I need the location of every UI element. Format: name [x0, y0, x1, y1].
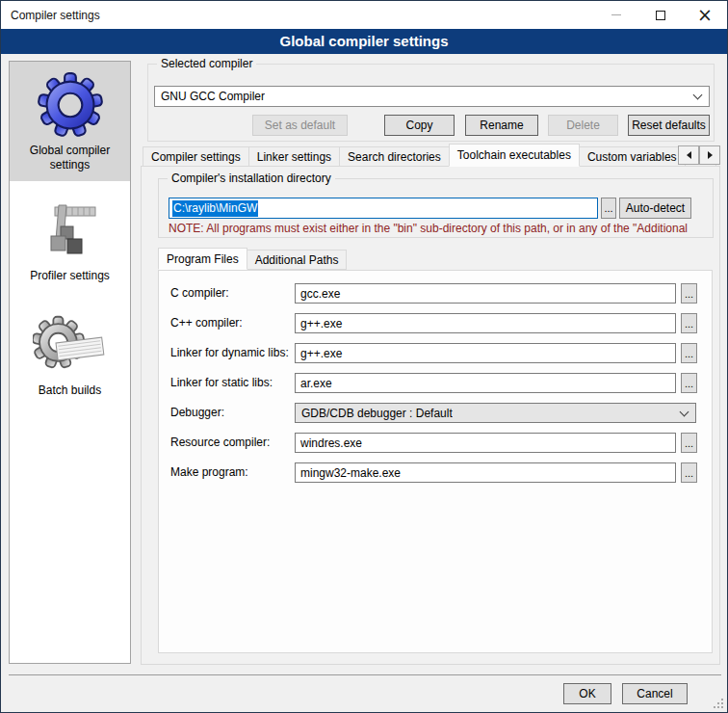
- static-linker-label: Linker for static libs:: [170, 373, 273, 393]
- dynamic-linker-browse-button[interactable]: ...: [681, 343, 697, 363]
- blue-gear-icon: [12, 69, 128, 141]
- toolchain-executables-page: Compiler's installation directory C:\ray…: [141, 166, 720, 665]
- compiler-tabs: Compiler settings Linker settings Search…: [143, 144, 715, 167]
- arrow-right-icon: [708, 151, 716, 159]
- c-compiler-browse-button[interactable]: ...: [681, 283, 697, 304]
- minimize-button: [594, 1, 638, 29]
- tab-custom-variables[interactable]: Custom variables: [579, 146, 686, 167]
- dialog-body: Global compiler settings Profiler settin…: [1, 54, 727, 712]
- tab-linker-settings[interactable]: Linker settings: [248, 146, 340, 167]
- settings-category-list: Global compiler settings Profiler settin…: [9, 61, 131, 664]
- sidebar-item-label: Batch builds: [12, 383, 128, 398]
- compiler-settings-dialog: Compiler settings × Global compiler sett…: [0, 0, 728, 713]
- resource-compiler-browse-button[interactable]: ...: [681, 433, 697, 453]
- static-linker-browse-button[interactable]: ...: [681, 373, 697, 393]
- cpp-compiler-browse-button[interactable]: ...: [681, 313, 697, 333]
- tab-toolchain-executables[interactable]: Toolchain executables: [449, 144, 580, 167]
- copy-button[interactable]: Copy: [384, 115, 455, 136]
- tab-search-directories[interactable]: Search directories: [339, 146, 450, 167]
- selected-compiler-group-label: Selected compiler: [157, 57, 256, 70]
- compiler-select-value: GNU GCC Compiler: [161, 90, 265, 103]
- sidebar-item-label: Global compiler settings: [12, 144, 128, 172]
- caliper-icon: [12, 195, 128, 266]
- close-icon: ×: [697, 6, 713, 24]
- static-linker-input[interactable]: [295, 373, 676, 393]
- program-files-tabs: Program Files Additional Paths: [158, 248, 346, 270]
- set-as-default-button: Set as default: [252, 115, 348, 136]
- sidebar-item-label: Profiler settings: [12, 269, 128, 283]
- cpp-compiler-input[interactable]: [295, 313, 676, 333]
- resource-compiler-input[interactable]: [295, 433, 676, 453]
- note-text: NOTE: All programs must exist either in …: [169, 222, 727, 235]
- make-program-label: Make program:: [170, 462, 248, 483]
- debugger-select[interactable]: GDB/CDB debugger : Default: [295, 403, 696, 423]
- cancel-button[interactable]: Cancel: [622, 683, 688, 704]
- maximize-icon: [656, 11, 665, 20]
- chevron-down-icon: [693, 91, 703, 100]
- installation-directory-group: Compiler's installation directory C:\ray…: [158, 178, 714, 238]
- auto-detect-button[interactable]: Auto-detect: [619, 198, 691, 219]
- sidebar-item-batch-builds[interactable]: Batch builds: [10, 292, 130, 407]
- subtab-additional-paths[interactable]: Additional Paths: [247, 250, 348, 270]
- cpp-compiler-label: C++ compiler:: [170, 313, 243, 333]
- page-title: Global compiler settings: [1, 29, 727, 54]
- minimize-icon: [611, 14, 621, 15]
- debugger-label: Debugger:: [170, 403, 224, 423]
- sidebar-item-global-compiler-settings[interactable]: Global compiler settings: [10, 62, 130, 181]
- tab-compiler-settings[interactable]: Compiler settings: [143, 146, 249, 167]
- chevron-down-icon: [680, 407, 689, 416]
- ok-button[interactable]: OK: [563, 683, 611, 704]
- titlebar: Compiler settings ×: [1, 1, 727, 29]
- resize-grip-icon[interactable]: [712, 697, 723, 708]
- tab-scroll-left-button[interactable]: [678, 145, 699, 165]
- sidebar-item-profiler-settings[interactable]: Profiler settings: [10, 181, 130, 292]
- installation-directory-value: C:\raylib\MinGW: [172, 200, 258, 217]
- gray-gear-stack-icon: [12, 309, 128, 381]
- installation-directory-input[interactable]: C:\raylib\MinGW: [169, 198, 598, 219]
- maximize-button[interactable]: [638, 1, 683, 29]
- program-files-page: C compiler: ... C++ compiler: ... Linker…: [158, 270, 713, 653]
- subtab-program-files[interactable]: Program Files: [158, 248, 247, 270]
- reset-defaults-button[interactable]: Reset defaults: [628, 115, 710, 136]
- c-compiler-label: C compiler:: [170, 283, 229, 304]
- delete-button: Delete: [548, 115, 618, 136]
- dynamic-linker-label: Linker for dynamic libs:: [170, 343, 289, 363]
- make-program-input[interactable]: [295, 462, 676, 483]
- arrow-left-icon: [683, 151, 691, 159]
- resource-compiler-label: Resource compiler:: [170, 433, 270, 453]
- debugger-select-value: GDB/CDB debugger : Default: [301, 407, 453, 420]
- footer-divider: [9, 674, 721, 675]
- selected-compiler-group: Selected compiler GNU GCC Compiler Set a…: [147, 64, 715, 142]
- window-title: Compiler settings: [1, 9, 594, 22]
- compiler-select[interactable]: GNU GCC Compiler: [154, 86, 710, 107]
- make-program-browse-button[interactable]: ...: [681, 462, 697, 483]
- tab-scroll-right-button[interactable]: [699, 145, 720, 165]
- close-button[interactable]: ×: [683, 1, 727, 29]
- dynamic-linker-input[interactable]: [295, 343, 676, 363]
- rename-button[interactable]: Rename: [465, 115, 538, 136]
- browse-directory-button[interactable]: ...: [601, 198, 616, 219]
- installation-directory-group-label: Compiler's installation directory: [168, 172, 335, 185]
- c-compiler-input[interactable]: [295, 283, 676, 304]
